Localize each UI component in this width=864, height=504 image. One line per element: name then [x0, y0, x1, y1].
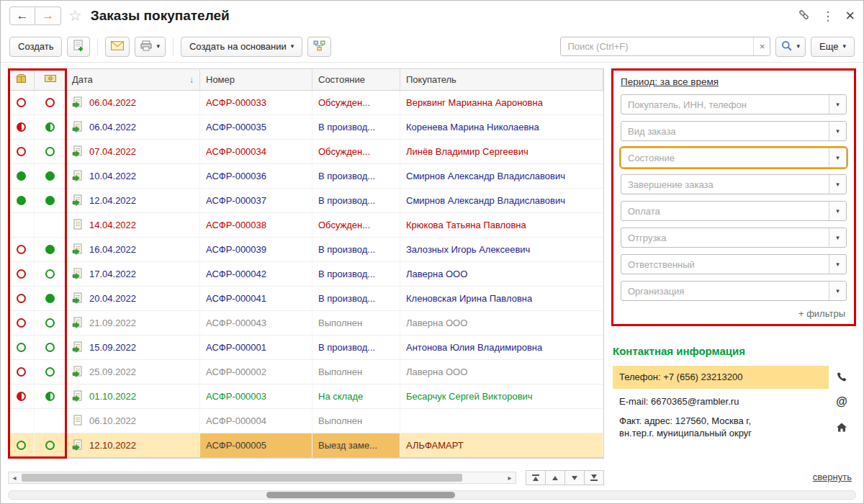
printer-icon	[140, 40, 152, 53]
customer-column-header[interactable]: Покупатель	[400, 69, 603, 90]
phone-icon[interactable]	[829, 372, 855, 382]
filter-input[interactable]	[621, 174, 847, 194]
filter-input[interactable]	[621, 254, 847, 274]
shipment-column-header[interactable]	[9, 69, 35, 90]
date-cell: 14.04.2022	[66, 213, 200, 237]
customer-cell: АЛЬФАМАРТ	[400, 433, 603, 457]
related-documents-button[interactable]	[307, 37, 331, 57]
scroll-right-icon[interactable]: ▸	[504, 474, 516, 482]
filter-field	[621, 148, 847, 168]
number-cell: АСФР-000043	[200, 311, 312, 335]
filter-input[interactable]	[621, 121, 847, 141]
table-row[interactable]: 06.04.2022 АСФР-000033 Обсужден... Веркв…	[9, 91, 603, 115]
table-row[interactable]: 14.04.2022 АСФР-000038 Обсужден... Крюко…	[9, 213, 603, 238]
scrollbar-thumb[interactable]	[22, 474, 462, 482]
create-based-on-button[interactable]: Создать на основании ▾	[181, 37, 302, 57]
dropdown-button[interactable]	[829, 148, 846, 167]
table-row[interactable]: 25.09.2022 АСФР-000002 Выполнен Лаверна …	[9, 360, 603, 384]
table-row[interactable]: 07.04.2022 АСФР-000034 Обсужден... Линёв…	[9, 140, 603, 164]
close-icon[interactable]: ×	[845, 8, 855, 24]
table-row[interactable]: 10.04.2022 АСФР-000036 В производ... Сми…	[9, 164, 603, 189]
table-row[interactable]: 06.10.2022 АСФР-000004 Выполнен	[9, 409, 603, 433]
toolbar-separator	[97, 38, 98, 55]
search-button[interactable]: ▾	[775, 37, 806, 57]
order-date: 16.04.2022	[89, 244, 136, 255]
more-button[interactable]: Еще ▾	[811, 37, 855, 57]
number-cell: АСФР-000003	[200, 384, 312, 408]
shipment-status-cell	[9, 360, 35, 384]
dropdown-button[interactable]	[829, 95, 846, 114]
create-button[interactable]: Создать	[9, 37, 62, 57]
print-button[interactable]: ▾	[135, 37, 166, 57]
payment-column-header[interactable]	[35, 69, 66, 90]
date-cell: 25.09.2022	[66, 360, 200, 384]
contact-email-row[interactable]: E-mail: 6670365@rambler.ru @	[613, 395, 855, 408]
menu-dots-icon[interactable]: ⋮	[822, 9, 834, 24]
contact-info-section: Контактная информация Телефон: +7 (656) …	[611, 345, 856, 446]
create-copy-button[interactable]	[67, 37, 90, 57]
shipment-status-icon	[17, 367, 26, 377]
table-row[interactable]: 06.04.2022 АСФР-000035 В производ... Кор…	[9, 115, 603, 140]
page-up-button[interactable]	[545, 470, 565, 485]
table-row[interactable]: 01.10.2022 АСФР-000003 На складе Бесарчу…	[9, 384, 603, 409]
order-customer: Крюкова Татьяна Павловна	[406, 220, 526, 230]
period-link[interactable]: Период: за все время	[621, 76, 719, 87]
table-row[interactable]: 21.09.2022 АСФР-000043 Выполнен Лаверна …	[9, 311, 603, 336]
contact-phone-row[interactable]: Телефон: +7 (656) 23213200	[613, 366, 855, 389]
date-cell: 12.10.2022	[66, 433, 200, 457]
number-column-header[interactable]: Номер	[200, 69, 312, 90]
customer-header-label: Покупатель	[406, 74, 456, 85]
collapse-link[interactable]: свернуть	[813, 472, 852, 482]
at-sign-icon[interactable]: @	[829, 395, 855, 408]
date-cell: 06.04.2022	[66, 115, 200, 139]
shipment-status-icon	[17, 171, 26, 181]
table-row[interactable]: 12.04.2022 АСФР-000037 В производ... Сми…	[9, 189, 603, 213]
favorite-star-icon[interactable]: ☆	[68, 7, 82, 24]
filter-input[interactable]	[621, 94, 847, 114]
order-customer: Бесарчук Сергей Викторович	[406, 391, 533, 402]
dropdown-button[interactable]	[829, 202, 846, 220]
table-header: Дата ↓ Номер Состояние Покупатель	[9, 69, 603, 91]
home-icon[interactable]	[829, 422, 855, 433]
dropdown-button[interactable]	[829, 228, 846, 247]
shipment-status-cell	[9, 409, 35, 433]
back-button[interactable]: ←	[9, 6, 35, 25]
date-column-header[interactable]: Дата ↓	[66, 69, 200, 90]
search-input[interactable]	[560, 37, 770, 56]
state-cell: Выезд заме...	[312, 433, 400, 457]
link-icon[interactable]	[798, 9, 810, 23]
table-row[interactable]: 15.09.2022 АСФР-000001 В производ... Ант…	[9, 336, 603, 360]
filter-input[interactable]	[621, 201, 847, 221]
state-cell: В производ...	[312, 336, 400, 359]
send-email-button[interactable]	[105, 37, 130, 57]
dropdown-button[interactable]	[829, 175, 846, 194]
clear-search-icon[interactable]: ×	[753, 37, 770, 55]
contact-address-row[interactable]: Факт. адрес: 127560, Москва г, вн.тер.г.…	[613, 415, 855, 440]
table-row[interactable]: 16.04.2022 АСФР-000039 В производ... Зал…	[9, 238, 603, 262]
more-filters-link[interactable]: + фильтры	[621, 307, 847, 321]
dropdown-button[interactable]	[829, 255, 846, 274]
window-scrollbar-thumb[interactable]	[266, 492, 455, 498]
forward-button[interactable]: →	[35, 6, 61, 25]
payment-status-cell	[35, 311, 66, 335]
scrollbar-track[interactable]	[20, 472, 504, 483]
scroll-left-icon[interactable]: ◂	[9, 474, 20, 482]
table-row[interactable]: 17.04.2022 АСФР-000042 В производ... Лав…	[9, 262, 603, 287]
table-horizontal-scrollbar[interactable]: ◂ ▸	[8, 472, 516, 484]
go-to-first-button[interactable]	[526, 470, 546, 485]
dropdown-button[interactable]	[829, 122, 846, 140]
order-customer: Верквинг Марианна Аароновна	[406, 97, 543, 108]
payment-status-icon	[45, 392, 55, 401]
filter-input[interactable]	[621, 281, 847, 301]
table-row[interactable]: 12.10.2022 АСФР-000005 Выезд заме... АЛЬ…	[9, 433, 603, 458]
window-horizontal-scrollbar[interactable]	[8, 490, 856, 500]
go-to-last-button[interactable]	[584, 470, 604, 485]
page-down-button[interactable]	[564, 470, 585, 485]
order-state: Обсужден...	[318, 97, 370, 108]
filter-input[interactable]	[621, 228, 847, 248]
filter-input[interactable]	[621, 148, 847, 168]
table-row[interactable]: 20.04.2022 АСФР-000041 В производ... Кле…	[9, 287, 603, 311]
dropdown-button[interactable]	[829, 282, 846, 300]
state-column-header[interactable]: Состояние	[312, 69, 400, 90]
order-number: АСФР-000042	[206, 269, 266, 279]
